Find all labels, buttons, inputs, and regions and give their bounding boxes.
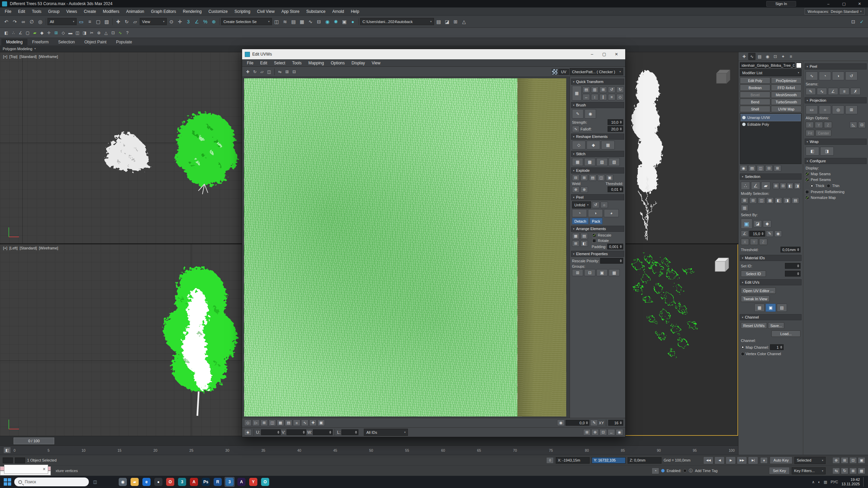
time-configuration-icon[interactable]: ◔ <box>652 468 659 474</box>
close-button[interactable]: ✕ <box>853 0 866 7</box>
viewport-layout-icon[interactable]: ⊡ <box>849 17 857 26</box>
section-channel[interactable]: Channel <box>740 314 802 320</box>
pm-polygon-icon[interactable]: ▰ <box>31 29 38 36</box>
menu-item[interactable]: File <box>1 8 15 15</box>
select-and-manipulate-icon[interactable]: ✛ <box>176 17 184 26</box>
menu-item[interactable]: Scripting <box>231 8 254 15</box>
thick-radio[interactable]: Thick <box>809 183 825 188</box>
uv-filter-selected-icon[interactable]: ▷ <box>252 420 260 426</box>
display-tab-icon[interactable]: ⊡ <box>772 53 779 60</box>
section-peel-right[interactable]: Peel <box>805 63 867 69</box>
projection-axis-button[interactable]: Z <box>824 122 832 128</box>
transform-lock-icon[interactable]: ◊ <box>546 457 554 464</box>
viewport-label-part[interactable]: [Top] <box>9 55 18 59</box>
uv-editor-quick-icon[interactable]: ▦ <box>754 304 765 312</box>
pack-recursive-icon[interactable]: ▤ <box>580 233 588 239</box>
pm-border-icon[interactable]: ▢ <box>24 29 31 36</box>
zoom-region-icon[interactable]: ▣ <box>858 457 865 464</box>
uv-coordinate-field[interactable]: 0,0 <box>566 420 589 426</box>
edge-to-seam-icon[interactable]: ∠ <box>828 88 838 95</box>
rendered-frame-icon[interactable]: ▣ <box>340 17 349 26</box>
selection-set-dropdown[interactable]: Selected <box>794 457 826 464</box>
peel-options-icon[interactable]: ○ <box>600 202 608 208</box>
section-configure[interactable]: Configure <box>805 158 867 164</box>
uv-mirror-icon[interactable]: ⇋ <box>276 68 283 75</box>
percent-snap-icon[interactable]: % <box>201 17 210 26</box>
listener-mini-field[interactable] <box>3 458 13 463</box>
rp-reset-peel-icon[interactable]: ↺ <box>845 72 857 80</box>
enabled-toggle-off-icon[interactable] <box>683 469 687 472</box>
qt-move-v-icon[interactable]: ↕ <box>591 94 598 100</box>
zoom-icon[interactable]: ⊕ <box>832 457 840 464</box>
pack-full-icon[interactable]: ⊞ <box>572 240 579 247</box>
object-name-field[interactable]: idenhair_Ginkgo_Biloba_Tree_04 <box>740 62 795 68</box>
sel-grow-icon[interactable]: ⊞ <box>773 183 779 189</box>
set-key-button[interactable]: Set Key <box>769 467 790 474</box>
uv-absolute-typein-icon[interactable]: ◉ <box>557 420 565 426</box>
info-icon[interactable]: ⓘ <box>689 468 693 474</box>
taskbar-app-explorer[interactable]: ▰ <box>130 477 140 487</box>
explode-by-smoothing-icon[interactable]: ◫ <box>597 175 605 181</box>
fit-button[interactable]: Fit <box>806 130 814 136</box>
material-editor-icon[interactable]: ◉ <box>323 17 332 26</box>
uv-paint-move-brush-icon[interactable]: ✎ <box>572 109 584 119</box>
peel-seams-checkbox[interactable]: Peel Seams <box>805 177 867 182</box>
u-field[interactable] <box>261 429 281 435</box>
taskbar-app-acrobat[interactable]: A <box>189 477 199 487</box>
section-explode[interactable]: Explode <box>571 167 624 174</box>
modifier-btn-boolean[interactable]: Boolean <box>740 84 770 91</box>
track-bar[interactable]: ◧ 05101520253035404550556065707580859095… <box>0 445 738 455</box>
select-by-element-big-icon[interactable]: ▣ <box>741 219 752 229</box>
uv-soft-selection-icon[interactable]: ◇ <box>244 420 252 426</box>
undo-icon[interactable]: ↶ <box>2 17 11 26</box>
make-unique-icon[interactable]: ◫ <box>757 165 764 171</box>
axis-button[interactable]: Z <box>759 239 767 245</box>
section-peel[interactable]: Peel <box>571 194 624 200</box>
time-slider-track[interactable]: 0 / 100 <box>0 436 738 445</box>
modifier-btn-edit-poly[interactable]: Edit Poly <box>740 77 770 84</box>
tweak-in-view-button[interactable]: Tweak In View <box>741 296 770 302</box>
project-path-field[interactable]: C:\Users\dani...2024\autoback <box>360 18 434 25</box>
rectangular-selection-icon[interactable]: ▢ <box>94 17 102 26</box>
listener-mini-field[interactable] <box>15 458 25 463</box>
uv-zoom-icon[interactable]: ⊕ <box>591 429 599 435</box>
vertex-color-radio[interactable]: Vertex Color Channel <box>740 351 802 356</box>
layer-manager-icon[interactable]: ▤ <box>289 17 298 26</box>
uv-zoom-region-icon[interactable]: ⊞ <box>583 429 591 435</box>
modsel-plus-icon[interactable]: ⊞ <box>741 197 748 204</box>
dialog-menu-item[interactable]: Display <box>348 60 368 66</box>
uv-axis-label[interactable]: XY <box>599 421 604 425</box>
uv-wireframe-cluster[interactable] <box>244 78 517 416</box>
select-id-button[interactable]: Select ID <box>741 270 766 277</box>
menu-item[interactable]: Arnold <box>329 8 348 15</box>
tray-network-icon[interactable]: ◐ <box>818 480 821 484</box>
dialog-menu-item[interactable]: Edit <box>257 60 271 66</box>
schematic-view-icon[interactable]: ⊟ <box>315 17 323 26</box>
orbit-icon[interactable]: ↻ <box>841 468 848 474</box>
align-to-normal-icon[interactable]: ◺ <box>850 122 857 128</box>
pm-cut-icon[interactable]: ✂ <box>88 29 95 36</box>
zoom-extents-icon[interactable]: ⊡ <box>849 457 857 464</box>
uv-zoom-extents-icon[interactable]: ⊡ <box>599 429 607 435</box>
pm-move-icon[interactable]: ✛ <box>45 29 53 36</box>
point-to-point-seam-icon[interactable]: ∿ <box>817 88 827 95</box>
ribbon-tab[interactable]: Modeling <box>1 39 27 45</box>
workspaces-dropdown[interactable]: Workspaces: Design Standard ▾ <box>805 8 865 15</box>
viewport-label-part[interactable]: [Left] <box>9 246 18 250</box>
modifier-btn-shell[interactable]: Shell <box>740 106 770 112</box>
menu-item[interactable]: Customize <box>205 8 231 15</box>
open-container-icon[interactable]: ◪ <box>443 17 451 26</box>
uv-editor-canvas[interactable] <box>242 77 570 418</box>
scene-explorer-icon[interactable]: ▤ <box>434 17 443 26</box>
padding-field[interactable]: 0,001 <box>607 244 623 249</box>
dialog-menu-item[interactable]: Options <box>327 60 348 66</box>
modifier-btn-bend[interactable]: Bend <box>740 99 770 105</box>
uv-channel-chip[interactable]: UV <box>558 69 569 75</box>
menu-item[interactable]: Substance <box>303 8 329 15</box>
map-channel-radio[interactable]: Map Channel:1 <box>740 344 802 350</box>
modifier-btn-meshsmooth[interactable]: MeshSmooth <box>771 92 802 98</box>
brush-falloff-field[interactable]: 20,0 <box>608 126 623 132</box>
pm-inset-icon[interactable]: ⊡ <box>110 29 117 36</box>
normalize-map-checkbox[interactable]: Normalize Map <box>805 195 867 200</box>
taskbar-app-3ds-max[interactable]: 3 <box>177 477 187 487</box>
